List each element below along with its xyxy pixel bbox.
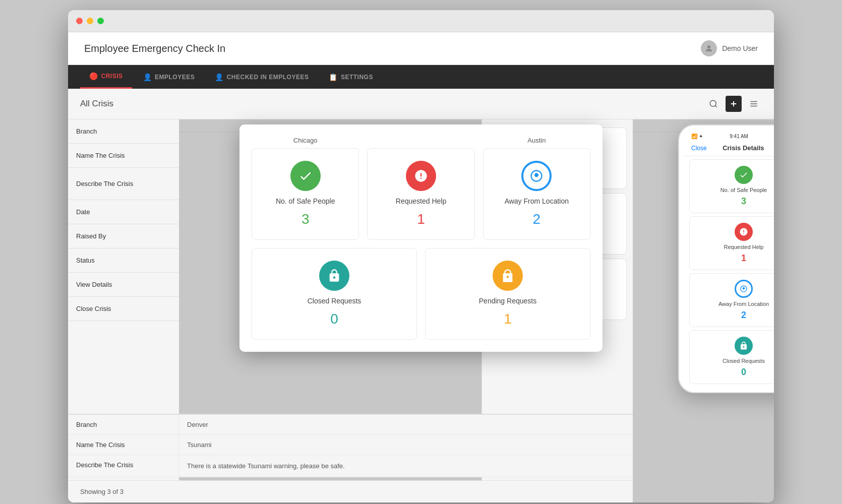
mac-minimize-btn[interactable]	[87, 18, 93, 24]
phone-away-icon	[735, 280, 753, 298]
search-button[interactable]	[705, 96, 721, 112]
requested-help-value: 1	[417, 211, 425, 227]
mac-titlebar	[68, 10, 774, 32]
app-title: Employee Emergency Check In	[84, 43, 225, 54]
employees-icon: 👤	[143, 73, 152, 81]
phone-safe-label: No. of Safe People	[720, 187, 767, 193]
closed-requests-icon	[319, 261, 349, 291]
branch-austin-label: Austin	[483, 137, 590, 144]
phone-safe-icon	[735, 166, 753, 184]
requested-help-icon	[406, 161, 436, 191]
stat-card-away-location[interactable]: Away From Location 2	[483, 148, 590, 240]
phone-help-label: Requested Help	[724, 244, 764, 250]
closed-requests-value: 0	[330, 311, 338, 327]
stat-card-safe-people[interactable]: No. of Safe People 3	[252, 148, 359, 240]
phone-closed-icon	[735, 337, 753, 355]
away-location-value: 2	[533, 211, 541, 227]
phone-time: 9:41 AM	[730, 134, 748, 139]
menu-button[interactable]	[746, 96, 762, 112]
pending-requests-value: 1	[504, 311, 512, 327]
checked-in-icon: 👤	[215, 73, 224, 81]
phone-status-bar: 📶 ✦ 9:41 AM 100% 🔋	[684, 131, 774, 141]
add-button[interactable]	[726, 96, 742, 112]
nav-item-employees[interactable]: 👤 EMPLOYEES	[134, 66, 204, 88]
away-location-icon	[521, 161, 552, 191]
nav-bar: 🔴 CRISIS 👤 EMPLOYEES 👤 CHECKED IN EMPLOY…	[68, 65, 774, 89]
stat-card-requested-help[interactable]: Requested Help 1	[367, 148, 474, 240]
phone-stat-away: Away From Location 2	[689, 273, 774, 327]
stats-grid-bottom: Closed Requests 0 Pending Requests 1	[252, 248, 590, 340]
branch-col2-label	[367, 137, 474, 144]
popup-wrapper: Chicago Austin No. of Safe People 3	[68, 119, 774, 502]
safe-people-icon	[290, 161, 321, 191]
user-avatar	[701, 40, 717, 56]
user-name: Demo User	[722, 44, 758, 52]
settings-icon: 📋	[329, 73, 338, 81]
svg-point-1	[710, 100, 716, 106]
popup-modal: Chicago Austin No. of Safe People 3	[239, 124, 603, 352]
phone-away-value: 2	[741, 310, 746, 321]
mac-close-btn[interactable]	[76, 18, 83, 24]
phone-stat-safe: No. of Safe People 3	[689, 159, 774, 213]
phone-stat-help: Requested Help 1	[689, 216, 774, 270]
crisis-icon: 🔴	[89, 72, 98, 80]
page-header: All Crisis	[68, 89, 774, 119]
phone-close-button[interactable]: Close	[691, 145, 707, 152]
away-location-label: Away From Location	[505, 197, 569, 205]
nav-item-settings[interactable]: 📋 SETTINGS	[320, 66, 382, 88]
safe-people-label: No. of Safe People	[276, 197, 335, 205]
phone-away-label: Away From Location	[718, 301, 769, 307]
stat-card-closed-requests[interactable]: Closed Requests 0	[252, 248, 417, 340]
branch-chicago-label: Chicago	[252, 137, 359, 144]
phone-help-icon	[735, 223, 753, 241]
phone-help-value: 1	[741, 253, 746, 264]
phone-closed-value: 0	[741, 367, 746, 377]
page-title: All Crisis	[80, 99, 113, 109]
mac-fullscreen-btn[interactable]	[97, 18, 104, 24]
requested-help-label: Requested Help	[396, 197, 446, 205]
phone-nav-bar: Close Crisis Details	[684, 141, 774, 156]
stat-card-pending-requests[interactable]: Pending Requests 1	[425, 248, 590, 340]
phone-signal: 📶 ✦	[691, 134, 703, 139]
page-actions	[705, 96, 762, 112]
svg-point-0	[707, 45, 710, 48]
pending-requests-label: Pending Requests	[479, 297, 536, 305]
closed-requests-label: Closed Requests	[308, 297, 362, 305]
phone-screen-title: Crisis Details	[723, 144, 764, 152]
content-area: Branch Name The Crisis Describe The Cris…	[68, 119, 774, 502]
nav-item-crisis[interactable]: 🔴 CRISIS	[80, 65, 132, 89]
phone-closed-label: Closed Requests	[723, 358, 765, 364]
phone-stats-list: No. of Safe People 3 Requested Help 1	[684, 159, 774, 384]
app-header: Employee Emergency Check In Demo User	[68, 32, 774, 65]
user-info: Demo User	[701, 40, 758, 56]
safe-people-value: 3	[302, 211, 310, 227]
phone-safe-value: 3	[741, 196, 746, 207]
pending-requests-icon	[493, 261, 523, 291]
nav-item-checked-in[interactable]: 👤 CHECKED IN EMPLOYEES	[206, 66, 318, 88]
phone-stat-closed: Closed Requests 0	[689, 330, 774, 384]
stats-grid-top: No. of Safe People 3 Requested Help 1	[252, 148, 590, 240]
mac-window: Employee Emergency Check In Demo User 🔴 …	[68, 10, 774, 502]
